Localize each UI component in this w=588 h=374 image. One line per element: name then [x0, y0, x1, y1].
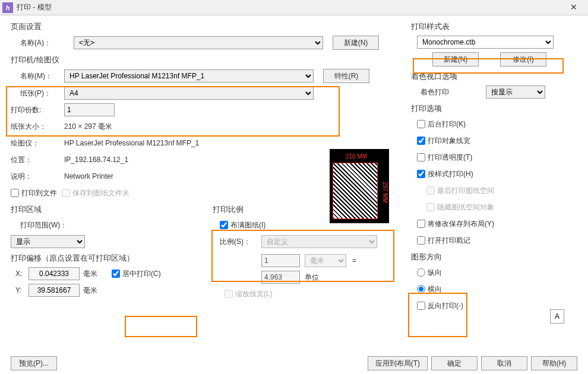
page-setup-title: 页面设置 — [11, 21, 400, 32]
paper-size-label: 纸张大小： — [11, 122, 64, 132]
shaded-viewport-title: 着色视口选项 — [411, 71, 577, 82]
plot-stamp-checkbox[interactable]: 打开打印戳记 — [417, 236, 470, 246]
scale-denominator-unit: 单位 — [305, 272, 346, 283]
center-plot-checkbox[interactable]: 居中打印(C) — [112, 269, 161, 279]
offset-x-input[interactable] — [29, 267, 80, 280]
offset-y-input[interactable] — [29, 284, 80, 297]
offset-y-label: Y: — [15, 286, 29, 294]
equals-sign: = — [352, 256, 356, 265]
paper-size-value: 210 × 297 毫米 — [64, 122, 112, 132]
plot-range-label: 打印范围(W)： — [20, 220, 67, 230]
location-value: IP_192.168.74.12_1 — [64, 156, 128, 164]
style-new-button[interactable]: 新建(N) — [432, 52, 479, 66]
scale-select: 自定义 — [261, 235, 377, 248]
location-label: 位置： — [11, 155, 64, 165]
description-label: 说明： — [11, 172, 64, 182]
highlight-center-plot — [125, 316, 197, 337]
save-layout-changes-checkbox[interactable]: 将修改保存到布局(Y) — [417, 219, 494, 229]
printer-name-select[interactable]: HP LaserJet Professional M1213nf MFP_1 — [64, 69, 314, 83]
orientation-icon: A — [550, 309, 564, 324]
style-table-select[interactable]: Monochrome.ctb — [417, 36, 554, 49]
paper-preview: 210 MM 297 MM — [330, 149, 389, 223]
plotter-value: HP LaserJet Professional M1213nf MFP_1 — [64, 139, 199, 147]
shade-plot-select[interactable]: 按显示 — [486, 85, 545, 99]
scale-numerator-input — [261, 254, 300, 267]
offset-x-unit: 毫米 — [83, 269, 97, 279]
scale-denominator-input — [261, 271, 300, 284]
offset-x-label: X: — [15, 270, 29, 278]
plot-area-title: 打印区域 — [11, 204, 207, 215]
app-icon: h — [2, 2, 13, 13]
offset-y-unit: 毫米 — [83, 286, 97, 296]
printer-title: 打印机/绘图仪 — [11, 55, 400, 65]
page-setup-new-button[interactable]: 新建(N) — [333, 36, 379, 50]
plot-options-title: 打印选项 — [411, 103, 577, 114]
plot-lineweights-checkbox[interactable]: 打印对象线宽 — [417, 136, 470, 146]
scale-lineweights-checkbox: 缩放线宽(L) — [225, 289, 273, 299]
scale-numerator-unit-select: 毫米 — [305, 254, 346, 267]
scale-label: 比例(S)： — [220, 237, 261, 247]
portrait-radio[interactable]: 纵向 — [417, 268, 442, 278]
plot-transparency-checkbox[interactable]: 打印透明度(T) — [417, 153, 472, 163]
copies-label: 打印份数: — [11, 105, 64, 115]
paper-height-dim: 297 MM — [381, 164, 388, 221]
plot-range-select[interactable]: 显示 — [11, 235, 85, 248]
apply-to-layout-button[interactable]: 应用到布局(T) — [368, 356, 428, 370]
print-to-file-checkbox[interactable]: 打印到文件 — [11, 188, 57, 198]
close-button[interactable]: ✕ — [562, 0, 586, 15]
landscape-radio[interactable]: 横向 — [417, 284, 442, 294]
plot-paper-last-checkbox: 最后打印图纸空间 — [426, 186, 494, 196]
help-button[interactable]: 帮助(H) — [531, 356, 577, 370]
window-title: 打印 - 模型 — [17, 2, 562, 12]
description-value: Network Printer — [64, 172, 113, 180]
plot-offset-title: 打印偏移（原点设置在可打印区域） — [11, 253, 207, 264]
printer-properties-button[interactable]: 特性(R) — [323, 69, 369, 83]
page-setup-name-select[interactable]: <无> — [74, 36, 323, 49]
background-plot-checkbox[interactable]: 后台打印(K) — [417, 119, 466, 129]
ok-button[interactable]: 确定 — [431, 356, 478, 370]
shade-plot-label: 着色打印 — [421, 87, 486, 97]
fit-paper-checkbox[interactable]: 布满图纸(I) — [220, 220, 265, 230]
paper-label: 纸张(P)： — [11, 88, 64, 99]
page-setup-name-label: 名称(A)： — [20, 38, 74, 48]
preview-button[interactable]: 预览(P)... — [11, 356, 57, 370]
copies-input[interactable] — [64, 103, 115, 116]
paper-width-dim: 210 MM — [330, 153, 382, 160]
style-table-title: 打印样式表 — [411, 21, 577, 32]
style-modify-button[interactable]: 修改(I) — [500, 52, 546, 66]
plotter-label: 绘图仪： — [11, 138, 64, 148]
printer-name-label: 名称(M)： — [11, 71, 64, 81]
save-to-folder-checkbox: 保存到图纸文件夹 — [62, 188, 129, 198]
paper-select[interactable]: A4 — [64, 87, 314, 100]
reverse-plot-checkbox[interactable]: 反向打印(-) — [417, 301, 463, 311]
plot-styles-checkbox[interactable]: 按样式打印(H) — [417, 169, 473, 179]
hide-paper-objects-checkbox: 隐藏图纸空间对象 — [426, 202, 494, 213]
orientation-title: 图形方向 — [411, 252, 577, 262]
cancel-button[interactable]: 取消 — [481, 356, 527, 370]
